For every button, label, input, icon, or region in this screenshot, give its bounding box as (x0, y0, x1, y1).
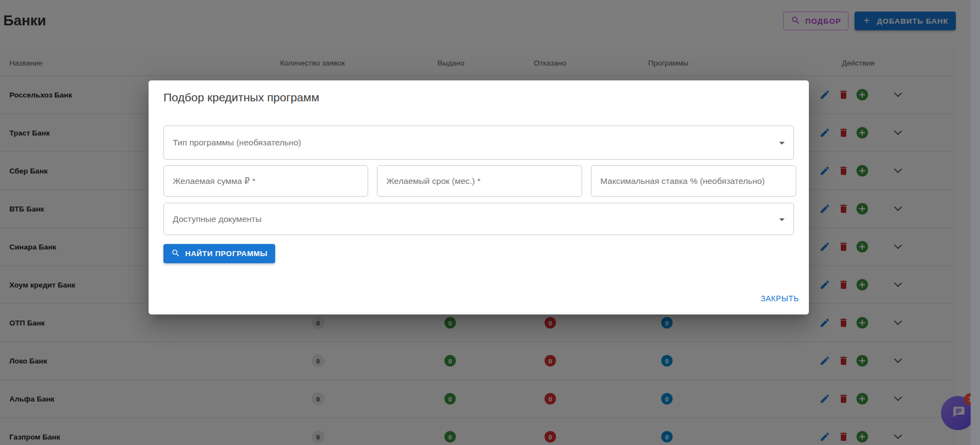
close-modal-button[interactable]: ЗАКРЫТЬ (760, 294, 799, 303)
scrollbar[interactable] (971, 0, 980, 445)
find-programs-button-label: НАЙТИ ПРОГРАММЫ (185, 249, 268, 258)
term-input[interactable] (377, 165, 582, 197)
caret-down-icon (779, 142, 785, 145)
credit-program-modal: Подбор кредитных программ Тип программы … (149, 80, 809, 314)
program-type-select[interactable]: Тип программы (необязательно) (163, 126, 794, 160)
find-programs-button[interactable]: НАЙТИ ПРОГРАММЫ (163, 244, 275, 263)
caret-down-icon (779, 218, 785, 221)
documents-select[interactable]: Доступные документы (163, 203, 794, 235)
amount-input[interactable] (163, 165, 368, 197)
search-icon (171, 248, 180, 259)
documents-placeholder: Доступные документы (173, 214, 261, 224)
max-rate-input[interactable] (591, 165, 796, 197)
modal-title: Подбор кредитных программ (163, 91, 319, 104)
program-type-placeholder: Тип программы (необязательно) (173, 138, 301, 148)
